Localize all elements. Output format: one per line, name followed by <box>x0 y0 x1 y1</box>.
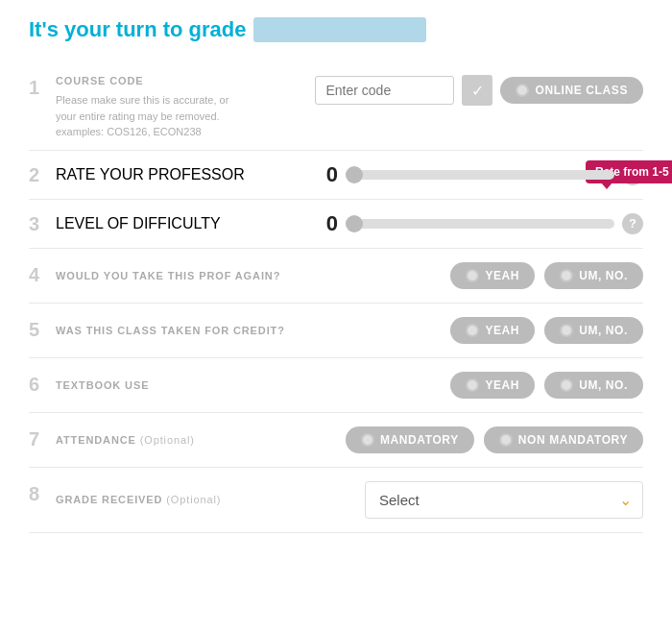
difficulty-thumb[interactable] <box>346 215 363 232</box>
rate-professor-thumb[interactable] <box>346 166 363 183</box>
take-again-content: YEAH UM, NO. <box>450 262 643 289</box>
online-class-radio <box>516 84 529 97</box>
take-again-yeah-label: YEAH <box>485 269 519 282</box>
difficulty-value: 0 <box>317 211 338 236</box>
difficulty-content: 0 ? <box>317 211 643 236</box>
grade-select-wrapper: Select A+ A A- B+ B B- C+ C C- D F Incom… <box>365 481 643 519</box>
attendance-non-mandatory-label: NON MANDATORY <box>518 433 628 447</box>
row-number-3: 3 <box>29 213 56 235</box>
grade-label-text: GRADE RECEIVED <box>56 494 162 505</box>
credit-label: WAS THIS CLASS TAKEN FOR CREDIT? <box>56 325 450 336</box>
attendance-mandatory-radio <box>361 433 374 447</box>
code-submit-button[interactable]: ✓ <box>462 75 492 106</box>
row-number-4: 4 <box>29 264 56 286</box>
take-again-no-button[interactable]: UM, NO. <box>544 262 643 289</box>
textbook-row: 6 TEXTBOOK USE YEAH UM, NO. <box>29 358 643 413</box>
credit-yeah-label: YEAH <box>485 324 519 337</box>
attendance-non-mandatory-radio <box>499 433 513 447</box>
course-code-label-col: COURSE CODE Please make sure this is acc… <box>56 75 315 140</box>
rate-professor-value: 0 <box>317 162 338 187</box>
grade-content: Select A+ A A- B+ B B- C+ C C- D F Incom… <box>365 481 643 519</box>
take-again-yeah-radio <box>466 269 479 282</box>
rate-professor-row: 2 RATE YOUR PROFESSOR Rate from 1-5 0 ? <box>29 151 643 200</box>
online-class-button[interactable]: ONLINE CLASS <box>500 77 643 104</box>
attendance-label-text: ATTENDANCE <box>56 434 136 446</box>
attendance-non-mandatory-button[interactable]: NON MANDATORY <box>484 426 643 453</box>
take-again-yeah-button[interactable]: YEAH <box>450 262 535 289</box>
attendance-content: MANDATORY NON MANDATORY <box>346 426 643 453</box>
row-number-7: 7 <box>29 428 56 450</box>
textbook-yeah-radio <box>466 378 479 392</box>
take-again-row: 4 WOULD YOU TAKE THIS PROF AGAIN? YEAH U… <box>29 249 643 304</box>
hint-line1: Please make sure this is accurate, or <box>56 92 315 109</box>
grade-label: GRADE RECEIVED (Optional) <box>56 494 365 505</box>
row-number-6: 6 <box>29 374 56 396</box>
course-code-inputs: ✓ ONLINE CLASS <box>315 75 643 106</box>
hint-line3: examples: COS126, ECON238 <box>56 124 315 140</box>
course-code-hint: Please make sure this is accurate, or yo… <box>56 92 315 140</box>
page-title: It's your turn to grade <box>29 17 643 42</box>
row-number-8: 8 <box>29 483 56 505</box>
textbook-no-label: UM, NO. <box>579 378 628 392</box>
attendance-label: ATTENDANCE (Optional) <box>56 434 346 446</box>
course-code-input[interactable] <box>315 76 454 105</box>
row-number-1: 1 <box>29 77 56 99</box>
difficulty-row: 3 LEVEL OF DIFFICULTY 0 ? <box>29 200 643 249</box>
attendance-mandatory-button[interactable]: MANDATORY <box>346 426 474 453</box>
attendance-mandatory-label: MANDATORY <box>380 433 459 447</box>
difficulty-help[interactable]: ? <box>622 213 643 234</box>
take-again-label: WOULD YOU TAKE THIS PROF AGAIN? <box>56 270 450 281</box>
textbook-yeah-label: YEAH <box>485 378 519 392</box>
title-text-start: It's your turn to grade <box>29 17 246 42</box>
difficulty-slider[interactable] <box>346 219 614 229</box>
grade-row: 8 GRADE RECEIVED (Optional) Select A+ A … <box>29 468 643 533</box>
rate-professor-slider[interactable] <box>346 170 614 180</box>
credit-no-button[interactable]: UM, NO. <box>544 317 643 344</box>
credit-no-label: UM, NO. <box>579 324 628 337</box>
attendance-row: 7 ATTENDANCE (Optional) MANDATORY NON MA… <box>29 413 643 468</box>
page-wrapper: It's your turn to grade 1 COURSE CODE Pl… <box>0 0 672 562</box>
credit-content: YEAH UM, NO. <box>450 317 643 344</box>
title-blurred-name <box>253 17 426 42</box>
credit-no-radio <box>560 324 573 337</box>
credit-yeah-button[interactable]: YEAH <box>450 317 535 344</box>
credit-row: 5 WAS THIS CLASS TAKEN FOR CREDIT? YEAH … <box>29 304 643 358</box>
grade-optional: (Optional) <box>166 494 221 505</box>
submit-icon: ✓ <box>471 82 484 100</box>
textbook-no-radio <box>560 378 573 392</box>
course-code-row: 1 COURSE CODE Please make sure this is a… <box>29 63 643 151</box>
difficulty-label: LEVEL OF DIFFICULTY <box>56 215 317 232</box>
textbook-label: TEXTBOOK USE <box>56 379 450 391</box>
course-code-label: COURSE CODE <box>56 75 315 86</box>
textbook-content: YEAH UM, NO. <box>450 372 643 399</box>
row-number-2: 2 <box>29 164 56 186</box>
credit-yeah-radio <box>466 324 479 337</box>
rate-professor-label: RATE YOUR PROFESSOR <box>56 166 317 183</box>
online-class-label: ONLINE CLASS <box>535 84 628 97</box>
row-number-5: 5 <box>29 319 56 341</box>
hint-line2: your entire rating may be removed. <box>56 109 315 125</box>
take-again-no-label: UM, NO. <box>579 269 628 282</box>
attendance-optional: (Optional) <box>140 434 195 446</box>
take-again-no-radio <box>560 269 573 282</box>
textbook-yeah-button[interactable]: YEAH <box>450 372 535 399</box>
grade-select[interactable]: Select A+ A A- B+ B B- C+ C C- D F Incom… <box>365 481 643 519</box>
rate-professor-content: Rate from 1-5 0 ? <box>317 162 643 187</box>
textbook-no-button[interactable]: UM, NO. <box>544 372 643 399</box>
